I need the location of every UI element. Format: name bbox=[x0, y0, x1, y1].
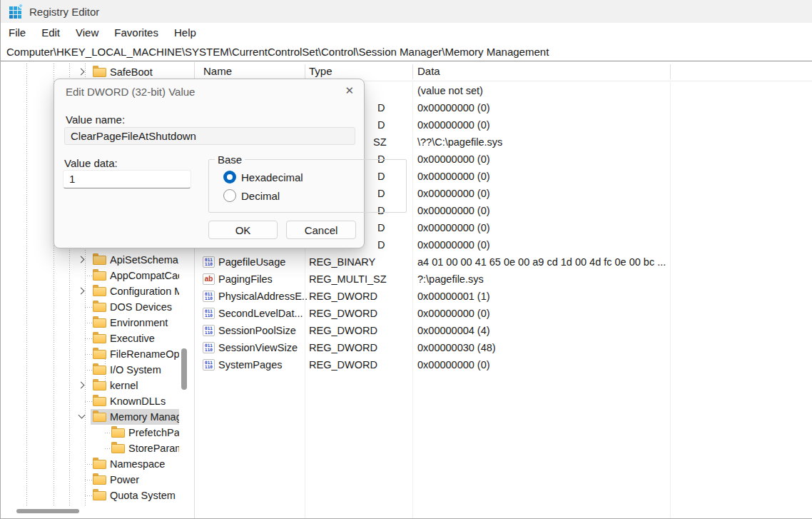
radio-decimal[interactable]: Decimal bbox=[223, 189, 280, 202]
tree-item-filerenameoperations[interactable]: FileRenameOperations bbox=[1, 346, 195, 362]
tree-item-power[interactable]: Power bbox=[1, 472, 195, 488]
tree-item-label: FileRenameOperations bbox=[110, 346, 179, 362]
tree-item-quota-system[interactable]: Quota System bbox=[1, 488, 195, 503]
tree-item-label: kernel bbox=[110, 378, 179, 393]
registry-value-row[interactable]: 011110SecondLevelDat...REG_DWORD0x000000… bbox=[196, 305, 812, 322]
column-divider[interactable] bbox=[670, 64, 671, 79]
column-divider[interactable] bbox=[305, 64, 305, 79]
radio-selected-icon[interactable] bbox=[223, 171, 236, 183]
tree-item-label: ApiSetSchema bbox=[110, 252, 179, 268]
column-divider[interactable] bbox=[412, 64, 413, 79]
folder-icon bbox=[93, 475, 106, 485]
menu-view[interactable]: View bbox=[68, 23, 106, 42]
icon-digits: 110 bbox=[203, 296, 214, 301]
folder-icon bbox=[111, 444, 125, 453]
tree-horizontal-scrollbar[interactable] bbox=[16, 509, 79, 513]
chevron-right-icon[interactable] bbox=[77, 255, 86, 264]
tree-item-label: Configuration Manager bbox=[110, 283, 179, 299]
value-data: 0x00000000 (0) bbox=[417, 168, 490, 185]
icon-digits: 110 bbox=[203, 348, 214, 352]
value-name: SecondLevelDat... bbox=[218, 305, 308, 322]
value-type: REG_DWORD bbox=[309, 305, 377, 322]
value-name: SessionPoolSize bbox=[218, 322, 308, 339]
registry-value-row[interactable]: 011110SystemPagesREG_DWORD0x00000000 (0) bbox=[196, 356, 812, 373]
folder-icon bbox=[111, 428, 125, 438]
menu-file[interactable]: File bbox=[1, 23, 34, 42]
dword-binary-icon: 011110 bbox=[203, 291, 215, 302]
tree-item-executive[interactable]: Executive bbox=[1, 331, 195, 346]
tree-item-apisetschema[interactable]: ApiSetSchema bbox=[1, 252, 195, 268]
tree-item-dos-devices[interactable]: DOS Devices bbox=[1, 299, 195, 315]
value-name: SystemPages bbox=[218, 356, 308, 373]
chevron-down-icon[interactable] bbox=[77, 412, 86, 421]
address-path: Computer\HKEY_LOCAL_MACHINE\SYSTEM\Curre… bbox=[1, 46, 549, 58]
registry-value-row[interactable]: 011110PagefileUsageREG_BINARYa4 01 00 00… bbox=[196, 253, 812, 271]
value-name: PagingFiles bbox=[218, 271, 308, 288]
folder-icon bbox=[93, 303, 106, 312]
value-data-input[interactable]: 1 bbox=[63, 170, 191, 188]
tree-vertical-scrollbar[interactable] bbox=[181, 348, 187, 390]
registry-value-row[interactable]: abPagingFilesREG_MULTI_SZ?:\pagefile.sys bbox=[196, 271, 812, 288]
value-data: 0x00000000 (0) bbox=[417, 236, 490, 253]
registry-value-row[interactable]: 011110SessionPoolSizeREG_DWORD0x00000004… bbox=[196, 322, 812, 339]
folder-icon bbox=[93, 271, 106, 281]
registry-value-row[interactable]: 011110PhysicalAddressE...REG_DWORD0x0000… bbox=[196, 288, 812, 305]
tree-item-memory-management[interactable]: Memory Management bbox=[1, 409, 195, 425]
registry-value-row[interactable]: 011110SessionViewSizeREG_DWORD0x00000030… bbox=[196, 339, 812, 356]
tree-item-safeboot[interactable]: SafeBoot bbox=[1, 64, 195, 80]
chevron-right-icon[interactable] bbox=[77, 381, 86, 390]
tree-item-configuration-manager[interactable]: Configuration Manager bbox=[1, 283, 195, 299]
tree-item-appcompatcache[interactable]: AppCompatCache bbox=[1, 268, 195, 283]
tree-item-kernel[interactable]: kernel bbox=[1, 378, 195, 393]
value-type-fragment: D bbox=[377, 219, 385, 236]
chevron-right-icon[interactable] bbox=[77, 286, 86, 296]
tree-item-i-o-system[interactable]: I/O System bbox=[1, 362, 195, 378]
menu-help[interactable]: Help bbox=[166, 23, 204, 42]
dword-binary-icon: 011110 bbox=[203, 342, 215, 353]
tree-item-prefetchparameters[interactable]: PrefetchParameters bbox=[1, 425, 195, 440]
close-icon[interactable]: ✕ bbox=[345, 84, 354, 97]
folder-icon bbox=[93, 318, 106, 328]
base-groupbox: Base Hexadecimal Decimal bbox=[208, 159, 407, 213]
value-data: 0x00000000 (0) bbox=[417, 116, 490, 133]
registry-editor-window: Registry Editor File Edit View Favorites… bbox=[0, 0, 812, 519]
string-value-icon: ab bbox=[203, 273, 215, 285]
chevron-right-icon[interactable] bbox=[77, 67, 86, 76]
menu-edit[interactable]: Edit bbox=[34, 23, 68, 42]
folder-icon bbox=[93, 334, 106, 343]
icon-digits: 110 bbox=[203, 365, 214, 369]
folder-icon bbox=[93, 460, 106, 469]
tree-item-environment[interactable]: Environment bbox=[1, 315, 195, 331]
tree-item-namespace[interactable]: Namespace bbox=[1, 456, 195, 472]
value-type: REG_DWORD bbox=[309, 288, 377, 305]
column-header-data[interactable]: Data bbox=[417, 62, 440, 81]
value-data: 0x00000001 (1) bbox=[417, 288, 490, 305]
ok-button[interactable]: OK bbox=[208, 221, 278, 239]
address-bar[interactable]: Computer\HKEY_LOCAL_MACHINE\SYSTEM\Curre… bbox=[1, 42, 812, 61]
tree-item-storeparameters[interactable]: StoreParameters bbox=[1, 440, 195, 456]
value-type-fragment: D bbox=[377, 99, 385, 116]
base-group-label: Base bbox=[215, 153, 245, 166]
folder-icon bbox=[93, 287, 106, 296]
cancel-button[interactable]: Cancel bbox=[286, 221, 356, 239]
value-data: 0x00000000 (0) bbox=[417, 185, 490, 202]
tree-item-label: AppCompatCache bbox=[110, 268, 179, 283]
menu-favorites[interactable]: Favorites bbox=[106, 23, 166, 42]
tree-item-label: StoreParameters bbox=[128, 440, 179, 456]
value-name-input[interactable]: ClearPageFileAtShutdown bbox=[64, 127, 355, 145]
tree-item-label: Namespace bbox=[110, 456, 179, 472]
menu-bar: File Edit View Favorites Help bbox=[1, 23, 812, 42]
tree-item-label: Environment bbox=[110, 315, 179, 331]
value-data: 0x00000000 (0) bbox=[417, 219, 490, 236]
tree-item-label: Executive bbox=[110, 331, 179, 346]
value-data: 0x00000030 (48) bbox=[417, 339, 496, 356]
tree-item-knowndlls[interactable]: KnownDLLs bbox=[1, 393, 195, 409]
dword-binary-icon: 011110 bbox=[203, 308, 215, 319]
radio-unselected-icon[interactable] bbox=[223, 189, 236, 202]
radio-hexadecimal[interactable]: Hexadecimal bbox=[223, 171, 303, 183]
dword-binary-icon: 011110 bbox=[203, 359, 215, 371]
radio-decimal-label: Decimal bbox=[241, 190, 280, 202]
value-data: (value not set) bbox=[417, 82, 483, 99]
folder-icon bbox=[93, 397, 106, 406]
folder-icon bbox=[93, 68, 106, 77]
